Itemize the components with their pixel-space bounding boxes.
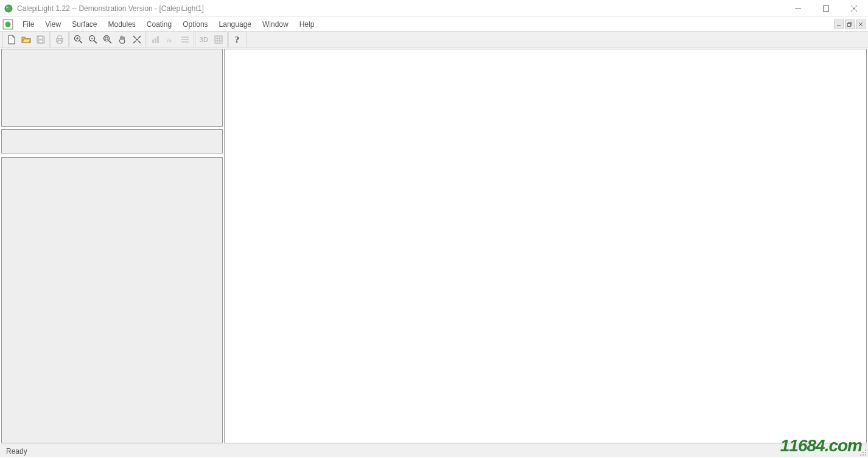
toolbar-group-3d: 3D bbox=[195, 32, 228, 47]
svg-point-7 bbox=[5, 21, 11, 27]
svg-rect-10 bbox=[848, 23, 851, 26]
menu-surface[interactable]: Surface bbox=[66, 18, 102, 30]
side-panel bbox=[0, 48, 224, 445]
toolbar-group-file bbox=[2, 32, 50, 47]
formula-button[interactable]: √x bbox=[163, 33, 178, 46]
svg-rect-40 bbox=[215, 36, 222, 43]
status-text: Ready bbox=[2, 447, 31, 456]
menu-modules[interactable]: Modules bbox=[103, 18, 141, 30]
maximize-button[interactable] bbox=[812, 0, 840, 16]
svg-line-30 bbox=[133, 41, 136, 43]
close-button[interactable] bbox=[840, 0, 868, 16]
svg-line-23 bbox=[94, 40, 97, 43]
toolbar-group-zoom bbox=[69, 32, 146, 47]
svg-rect-34 bbox=[155, 38, 156, 43]
menu-view[interactable]: View bbox=[40, 18, 66, 30]
svg-point-51 bbox=[865, 454, 866, 456]
side-panel-top[interactable] bbox=[1, 49, 223, 127]
svg-rect-13 bbox=[38, 37, 43, 39]
toolbar-group-calc: √x bbox=[147, 32, 194, 47]
print-button[interactable] bbox=[52, 33, 67, 46]
svg-text:?: ? bbox=[235, 35, 239, 44]
lines-button[interactable] bbox=[178, 33, 192, 46]
resize-grip-icon[interactable] bbox=[857, 446, 867, 456]
svg-line-26 bbox=[109, 40, 112, 43]
fit-view-button[interactable] bbox=[130, 33, 144, 46]
svg-point-46 bbox=[865, 449, 866, 451]
toolbar-group-help: ? bbox=[228, 32, 247, 47]
window-controls bbox=[784, 0, 868, 16]
titlebar: CalepiLight 1.22 -- Demonstration Versio… bbox=[0, 0, 868, 17]
svg-rect-3 bbox=[824, 5, 829, 11]
help-button[interactable]: ? bbox=[230, 33, 245, 46]
svg-point-48 bbox=[865, 452, 866, 453]
svg-line-28 bbox=[133, 36, 136, 38]
new-file-button[interactable] bbox=[4, 33, 19, 46]
workspace bbox=[0, 48, 868, 445]
svg-rect-16 bbox=[58, 36, 61, 38]
minimize-button[interactable] bbox=[784, 0, 812, 16]
toolbar-group-print bbox=[51, 32, 69, 47]
svg-point-49 bbox=[860, 454, 861, 456]
menubar-app-icon bbox=[2, 19, 13, 30]
svg-line-19 bbox=[80, 40, 83, 43]
mdi-restore-button[interactable] bbox=[845, 19, 855, 29]
open-file-button[interactable] bbox=[19, 33, 33, 46]
svg-line-29 bbox=[138, 36, 141, 38]
menu-coating[interactable]: Coating bbox=[141, 18, 177, 30]
pan-button[interactable] bbox=[115, 33, 130, 46]
zoom-out-button[interactable] bbox=[86, 33, 100, 46]
zoom-in-button[interactable] bbox=[71, 33, 86, 46]
menubar: File View Surface Modules Coating Option… bbox=[0, 17, 868, 32]
zoom-area-button[interactable] bbox=[100, 33, 115, 46]
svg-point-25 bbox=[104, 35, 110, 41]
menu-window[interactable]: Window bbox=[257, 18, 294, 30]
svg-point-1 bbox=[6, 6, 9, 8]
svg-point-47 bbox=[863, 452, 864, 453]
svg-point-50 bbox=[863, 454, 864, 456]
svg-rect-33 bbox=[152, 40, 154, 43]
grid-button[interactable] bbox=[211, 33, 226, 46]
svg-text:√x: √x bbox=[166, 37, 172, 43]
statusbar: Ready bbox=[0, 445, 868, 457]
chart-button[interactable] bbox=[149, 33, 163, 46]
mdi-minimize-button[interactable] bbox=[834, 19, 844, 29]
mdi-controls bbox=[834, 19, 866, 29]
window-title: CalepiLight 1.22 -- Demonstration Versio… bbox=[17, 4, 204, 13]
toolbar: √x 3D ? bbox=[0, 32, 868, 48]
main-view[interactable] bbox=[224, 49, 867, 443]
svg-point-32 bbox=[136, 38, 138, 40]
menu-options[interactable]: Options bbox=[177, 18, 213, 30]
svg-rect-35 bbox=[157, 36, 159, 43]
menu-file[interactable]: File bbox=[17, 18, 40, 30]
svg-rect-17 bbox=[58, 41, 61, 43]
side-panel-bottom[interactable] bbox=[1, 157, 223, 443]
mdi-close-button[interactable] bbox=[856, 19, 866, 29]
svg-point-0 bbox=[5, 5, 12, 12]
svg-rect-27 bbox=[105, 37, 108, 40]
menu-help[interactable]: Help bbox=[294, 18, 320, 30]
svg-rect-14 bbox=[39, 40, 43, 43]
menu-language[interactable]: Language bbox=[214, 18, 257, 30]
svg-line-31 bbox=[138, 41, 141, 43]
view-3d-button[interactable]: 3D bbox=[197, 33, 211, 46]
save-file-button[interactable] bbox=[33, 33, 48, 46]
app-icon bbox=[4, 4, 13, 13]
side-panel-input[interactable] bbox=[1, 129, 223, 153]
